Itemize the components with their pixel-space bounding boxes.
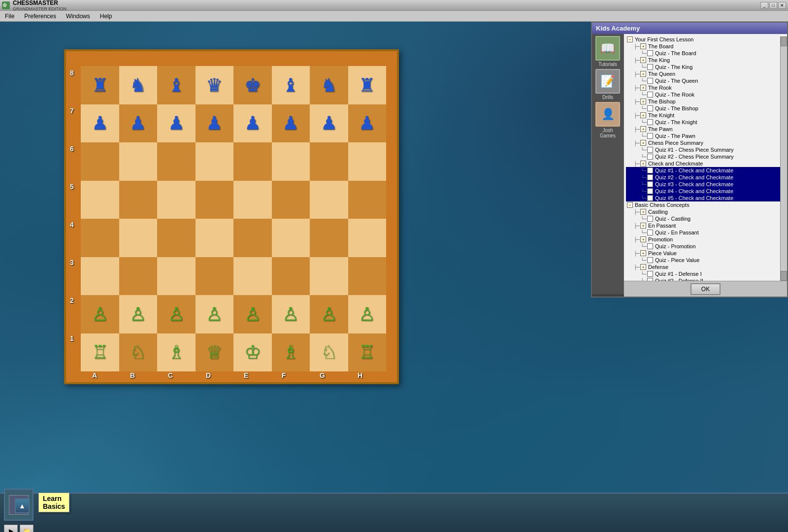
tutorials-button[interactable]: 📖 Tutorials [594,36,622,67]
play-button[interactable]: ▶ [4,525,18,532]
chess-cell[interactable] [157,142,196,181]
chess-cell[interactable] [310,142,348,181]
chess-cell[interactable]: ♘ [310,333,348,372]
chess-cell[interactable]: ♗ [157,333,196,372]
chess-cell[interactable]: ♕ [196,333,234,372]
tree-item[interactable]: ├─+The King [626,57,785,64]
chess-cell[interactable] [272,219,310,257]
chess-cell[interactable] [233,219,272,257]
tree-item[interactable]: └─Quiz - Castling [626,215,785,222]
chess-cell[interactable]: ♜ [348,66,387,104]
lesson-tree[interactable]: −Your First Chess Lesson├─+The Board└─Qu… [624,34,787,294]
tree-item[interactable]: └─Quiz #2 - Chess Piece Summary [626,153,785,160]
tree-item[interactable]: └─Quiz - The King [626,64,785,70]
chess-cell[interactable] [81,219,119,257]
chess-cell[interactable]: ♟ [348,104,387,143]
chess-cell[interactable]: ♙ [310,295,348,333]
chess-cell[interactable] [348,257,387,296]
tree-item[interactable]: ├─+Defense [626,264,785,270]
maximize-button[interactable]: □ [769,2,777,9]
chess-cell[interactable] [196,142,234,181]
scroll-up-button[interactable]: ▲ [15,499,30,513]
minimize-button[interactable]: _ [760,2,768,9]
chess-cell[interactable]: ♔ [233,333,272,372]
tree-item[interactable]: └─Quiz #5 - Check and Checkmate [626,195,785,201]
tree-item[interactable]: └─Quiz - Promotion [626,243,785,250]
tree-item[interactable]: └─Quiz - Piece Value [626,257,785,264]
chess-cell[interactable] [348,181,387,219]
tree-item[interactable]: └─Quiz #2 - Check and Checkmate [626,174,785,181]
chess-cell[interactable]: ♟ [157,104,196,143]
chess-cell[interactable]: ♙ [81,295,119,333]
tree-item[interactable]: └─Quiz #1 - Chess Piece Summary [626,146,785,153]
tree-item[interactable]: ├─+The Knight [626,112,785,119]
chess-cell[interactable]: ♙ [196,295,234,333]
tree-item[interactable]: −Your First Chess Lesson [626,36,785,43]
tree-item[interactable]: └─Quiz #3 - Check and Checkmate [626,181,785,188]
tree-item[interactable]: └─Quiz - The Queen [626,77,785,84]
chess-cell[interactable]: ♟ [310,104,348,143]
chess-cell[interactable]: ♛ [196,66,234,104]
menu-item-help[interactable]: Help [97,12,115,21]
chess-cell[interactable] [310,181,348,219]
chess-cell[interactable]: ♞ [119,66,158,104]
tree-item[interactable]: └─Quiz - En Passant [626,229,785,236]
chess-cell[interactable]: ♘ [119,333,158,372]
chess-cell[interactable]: ♝ [272,66,310,104]
tree-item[interactable]: ├─+Castling [626,208,785,215]
chess-cell[interactable]: ♜ [81,66,119,104]
chess-cell[interactable] [157,181,196,219]
chess-cell[interactable] [233,257,272,296]
chess-cell[interactable] [310,219,348,257]
tree-item[interactable]: ├─+En Passant [626,222,785,229]
chess-cell[interactable]: ♙ [348,295,387,333]
chess-cell[interactable]: ♚ [233,66,272,104]
chess-cell[interactable] [119,142,158,181]
drills-button[interactable]: 📝 Drills [594,69,622,100]
chess-cell[interactable]: ♟ [196,104,234,143]
chess-cell[interactable] [310,257,348,296]
chess-cell[interactable] [119,181,158,219]
chess-cell[interactable] [157,219,196,257]
chess-cell[interactable] [272,257,310,296]
chess-cell[interactable]: ♟ [272,104,310,143]
josh-games-button[interactable]: 👤 JoshGames [594,102,622,138]
chess-cell[interactable] [272,142,310,181]
tree-item[interactable]: └─Quiz #1 - Check and Checkmate [626,167,785,174]
tree-item[interactable]: └─Quiz #4 - Check and Checkmate [626,188,785,195]
menu-item-file[interactable]: File [2,12,17,21]
menu-item-preferences[interactable]: Preferences [21,12,59,21]
tree-item[interactable]: ├─+The Pawn [626,126,785,133]
chess-cell[interactable] [196,219,234,257]
tree-item[interactable]: ├─+The Queen [626,70,785,77]
chess-cell[interactable]: ♟ [81,104,119,143]
chess-cell[interactable]: ♙ [157,295,196,333]
chess-cell[interactable]: ♝ [157,66,196,104]
tree-item[interactable]: └─Quiz - The Board [626,50,785,57]
tree-item[interactable]: └─Quiz - The Rook [626,91,785,98]
tree-item[interactable]: ├─+The Board [626,43,785,50]
chess-cell[interactable] [233,142,272,181]
chess-cell[interactable] [233,181,272,219]
chess-cell[interactable]: ♙ [272,295,310,333]
tree-item[interactable]: ├─+Check and Checkmate [626,160,785,167]
chess-cell[interactable] [272,181,310,219]
chess-cell[interactable] [157,257,196,296]
chess-cell[interactable] [81,142,119,181]
chess-cell[interactable] [119,257,158,296]
chess-cell[interactable]: ♟ [233,104,272,143]
chess-cell[interactable] [119,219,158,257]
tree-item[interactable]: ├─+Piece Value [626,250,785,257]
chess-cell[interactable]: ♙ [233,295,272,333]
tree-item[interactable]: ├─+The Rook [626,84,785,91]
tree-item[interactable]: └─Quiz - The Bishop [626,105,785,112]
chess-cell[interactable] [348,219,387,257]
chess-cell[interactable] [196,257,234,296]
folder-button[interactable]: 📁 [20,525,33,532]
chess-cell[interactable] [81,181,119,219]
tree-item[interactable]: ├─+Promotion [626,236,785,243]
ok-button[interactable]: OK [690,283,721,295]
tree-item[interactable]: −Basic Chess Concepts [626,201,785,208]
chess-cell[interactable] [196,181,234,219]
chess-cell[interactable] [348,142,387,181]
